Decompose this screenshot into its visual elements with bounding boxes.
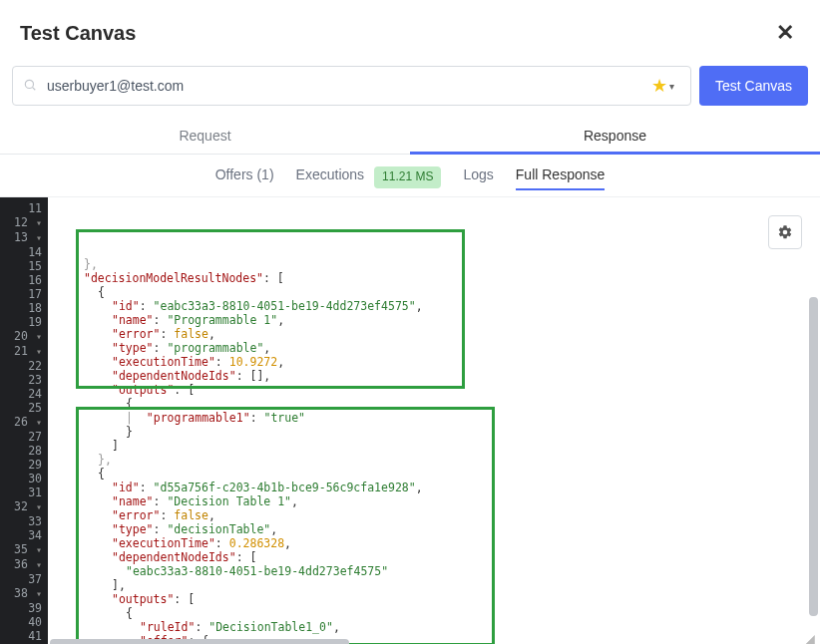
code-line: "executionTime": 10.9272,: [56, 355, 820, 369]
gutter-line: 27: [8, 430, 42, 444]
code-line: },: [56, 257, 820, 271]
gutter-line: 36 ▾: [8, 557, 42, 572]
execution-time-badge: 11.21 MS: [374, 166, 441, 188]
gutter-line: 37: [8, 572, 42, 586]
resize-handle[interactable]: ◢: [804, 634, 818, 644]
code-line: "executionTime": 0.286328,: [56, 536, 820, 550]
code-line: "id": "d55a756f-c203-4b1b-bce9-56c9cfa1e…: [56, 481, 820, 494]
gutter-line: 31: [8, 485, 42, 499]
gutter-line: 24: [8, 387, 42, 401]
code-line: "error": false,: [56, 327, 820, 341]
code-line: },: [56, 453, 820, 467]
code-line: {: [56, 285, 820, 299]
code-line: "outputs": [: [56, 592, 820, 606]
code-line: {: [56, 467, 820, 481]
code-line: | "programmable1": "true": [56, 411, 820, 425]
code-line: }: [56, 425, 820, 439]
gutter-line: 11: [8, 201, 42, 215]
close-icon[interactable]: ✕: [770, 18, 800, 48]
vertical-scrollbar[interactable]: [809, 297, 818, 616]
gutter-line: 33: [8, 514, 42, 528]
primary-tabs: Request Response: [0, 116, 820, 155]
gutter-line: 40: [8, 615, 42, 629]
code-body[interactable]: },"decisionModelResultNodes": [{"id": "e…: [48, 197, 820, 644]
gutter-line: 13 ▾: [8, 230, 42, 245]
search-wrap: ★ ▾: [12, 66, 691, 106]
gutter-line: 20 ▾: [8, 329, 42, 344]
gutter-line: 30: [8, 472, 42, 485]
gutter-line: 23: [8, 373, 42, 387]
gutter-line: 39: [8, 601, 42, 615]
code-line: ],: [56, 578, 820, 592]
code-line: "dependentNodeIds": [],: [56, 369, 820, 383]
gutter-line: 21 ▾: [8, 344, 42, 359]
gutter-line: 19: [8, 315, 42, 329]
tab-executions[interactable]: Executions: [296, 166, 364, 188]
code-line: ]: [56, 439, 820, 453]
gutter-line: 41: [8, 629, 42, 643]
code-viewer: 1112 ▾13 ▾14151617181920 ▾21 ▾2223242526…: [0, 196, 820, 644]
gutter-line: 12 ▾: [8, 215, 42, 230]
gutter-line: 32 ▾: [8, 499, 42, 514]
svg-point-0: [25, 80, 33, 88]
code-line: {: [56, 397, 820, 411]
gutter-line: 14: [8, 245, 42, 259]
code-line: "ruleId": "DecisionTable1_0",: [56, 620, 820, 634]
gutter-line: 26 ▾: [8, 415, 42, 430]
search-input[interactable]: [47, 78, 651, 94]
tab-offers[interactable]: Offers (1): [215, 166, 274, 188]
gutter-line: 15: [8, 259, 42, 273]
page-title: Test Canvas: [20, 22, 136, 45]
gutter-line: 29: [8, 458, 42, 472]
code-line: "name": "Programmable 1",: [56, 313, 820, 327]
gutter-line: 35 ▾: [8, 542, 42, 557]
tab-full-response[interactable]: Full Response: [516, 166, 606, 188]
gear-icon[interactable]: [768, 215, 802, 249]
code-line: "outputs": [: [56, 383, 820, 397]
code-line: "dependentNodeIds": [: [56, 550, 820, 564]
tab-response[interactable]: Response: [410, 116, 820, 154]
gutter-line: 17: [8, 287, 42, 301]
code-line: "type": "decisionTable",: [56, 522, 820, 536]
code-line: "eabc33a3-8810-4051-be19-4dd273ef4575": [56, 564, 820, 578]
gutter-line: 34: [8, 528, 42, 542]
search-icon: [23, 78, 37, 95]
tab-request[interactable]: Request: [0, 116, 410, 154]
gutter-line: 18: [8, 301, 42, 315]
horizontal-scrollbar[interactable]: [50, 639, 349, 644]
gutter-line: 25: [8, 401, 42, 415]
code-line: "id": "eabc33a3-8810-4051-be19-4dd273ef4…: [56, 299, 820, 313]
code-line: "name": "Decision Table 1",: [56, 494, 820, 508]
test-canvas-button[interactable]: Test Canvas: [699, 66, 808, 106]
code-line: "decisionModelResultNodes": [: [56, 271, 820, 285]
code-line: {: [56, 606, 820, 620]
chevron-down-icon[interactable]: ▾: [669, 81, 674, 92]
gutter-line: 16: [8, 273, 42, 287]
tab-logs[interactable]: Logs: [463, 166, 493, 188]
star-icon[interactable]: ★: [651, 75, 667, 97]
sub-tabs: Offers (1) Executions 11.21 MS Logs Full…: [0, 155, 820, 196]
code-line: "type": "programmable",: [56, 341, 820, 355]
gutter-line: 22: [8, 359, 42, 373]
gutter-line: 28: [8, 444, 42, 458]
line-gutter: 1112 ▾13 ▾14151617181920 ▾21 ▾2223242526…: [0, 197, 48, 644]
gutter-line: 38 ▾: [8, 586, 42, 601]
code-line: "error": false,: [56, 508, 820, 522]
svg-line-1: [33, 87, 36, 90]
